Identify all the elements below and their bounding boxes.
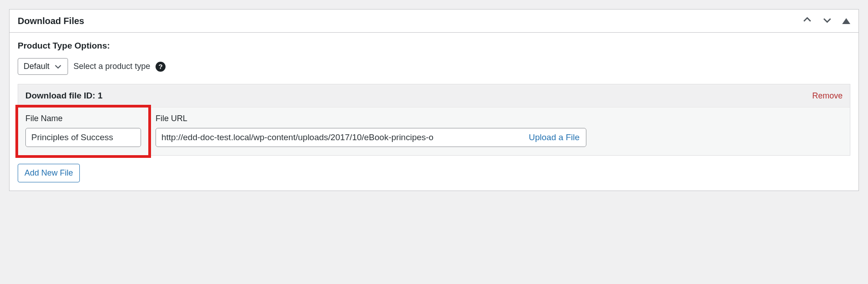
file-url-input[interactable] (156, 128, 522, 147)
file-block-header: Download file ID: 1 Remove (18, 84, 850, 108)
product-type-select[interactable]: Default (18, 58, 68, 75)
file-name-input[interactable] (25, 128, 141, 147)
chevron-down-icon[interactable] (822, 15, 832, 27)
file-url-column: File URL Upload a File (148, 108, 850, 155)
product-type-select-value: Default (24, 62, 49, 71)
chevron-down-icon (54, 63, 62, 71)
panel-title: Download Files (18, 16, 84, 26)
chevron-up-icon[interactable] (802, 15, 812, 27)
file-url-label: File URL (156, 114, 843, 123)
file-block-id: 1 (98, 91, 102, 100)
product-type-row: Default Select a product type ? (18, 58, 850, 75)
collapse-triangle-icon[interactable] (842, 18, 850, 24)
file-block-title-prefix: Download file ID: (25, 91, 95, 100)
panel-body: Product Type Options: Default Select a p… (10, 33, 858, 191)
file-name-label: File Name (25, 114, 141, 123)
help-icon[interactable]: ? (156, 62, 166, 72)
file-url-row: Upload a File (156, 128, 586, 147)
panel-header: Download Files (10, 10, 858, 33)
upload-file-link[interactable]: Upload a File (522, 132, 586, 142)
file-block-title: Download file ID: 1 (25, 91, 102, 101)
download-file-block: Download file ID: 1 Remove File Name Fil… (18, 84, 850, 156)
file-fields: File Name File URL Upload a File (18, 108, 850, 155)
remove-file-link[interactable]: Remove (812, 91, 843, 101)
panel-actions (802, 15, 850, 27)
add-new-file-button[interactable]: Add New File (18, 164, 80, 182)
file-name-column: File Name (18, 108, 148, 155)
download-files-panel: Download Files Product Type Options: Def… (9, 9, 859, 191)
product-type-options-label: Product Type Options: (18, 41, 850, 51)
product-type-hint: Select a product type (73, 62, 150, 71)
